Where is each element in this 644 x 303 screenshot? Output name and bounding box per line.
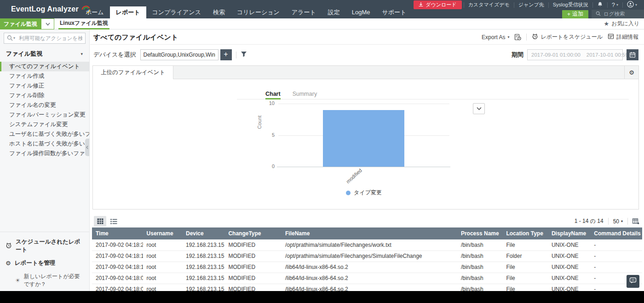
content-header: すべてのファイルイベント Export As ▾ レポートをスケジュール	[90, 29, 644, 45]
sidebar-footer: スケジュールされたレポート ⚙ レポートを管理 ☀ 新しいレポートが必要ですか？	[0, 232, 89, 291]
chart-area: Chart Summary 10 5 0 Count modified タイプ変…	[93, 79, 638, 209]
column-header[interactable]: Device	[182, 227, 224, 239]
page-title: すべてのファイルイベント	[93, 29, 178, 45]
sidebar-item[interactable]: すべてのファイルイベント	[0, 62, 89, 71]
sidebar-item[interactable]: ファイル操作回数が多いファイル	[0, 149, 89, 158]
calendar-button[interactable]	[627, 49, 638, 60]
detail-info-button[interactable]: 詳細情報	[608, 33, 638, 41]
grid-view-button[interactable]	[94, 216, 106, 227]
scheduled-reports-link[interactable]: スケジュールされたレポート	[0, 235, 89, 256]
tab-summary[interactable]: Summary	[293, 90, 317, 99]
details-icon	[608, 33, 614, 41]
column-header[interactable]: ChangeType	[224, 227, 282, 239]
period-range-input[interactable]: 2017-09-01 01:00:00 2017-10-01 00:59:59	[527, 49, 623, 60]
column-header[interactable]: Command Details	[590, 227, 642, 239]
nav-item[interactable]: コンプライアンス	[146, 6, 207, 18]
chevron-down-icon: ▾	[80, 52, 83, 56]
table-cell: root	[143, 262, 182, 273]
sidebar-item[interactable]: ファイル削除	[0, 91, 89, 100]
customize-demo-link[interactable]: カスタマイズデモ	[464, 1, 514, 8]
nav-item[interactable]: コリレーション	[231, 6, 286, 18]
log-search-box[interactable]: ログ検索	[592, 10, 644, 18]
column-header[interactable]: Username	[143, 227, 182, 239]
sidebar-collapse-handle[interactable]	[85, 139, 89, 156]
device-select-input[interactable]	[140, 49, 218, 60]
nav-item[interactable]: サポート	[376, 6, 412, 18]
schedule-report-button[interactable]: レポートをスケジュール	[532, 33, 603, 41]
sidebar-item[interactable]: ユーザ名に基づく失敗が多いフ...	[0, 129, 89, 139]
sidebar-item[interactable]: ファイル修正	[0, 81, 89, 91]
chart-menu-button[interactable]	[473, 103, 485, 114]
add-device-button[interactable]: +	[220, 49, 232, 60]
table-cell: /bin/bash	[457, 251, 502, 262]
table-cell: 2017-09-02 04:18:18	[92, 251, 143, 262]
table-row[interactable]: 2017-09-02 04:18:03root192.168.213.157MO…	[92, 284, 642, 291]
jump-to-link[interactable]: ジャンプ先	[514, 1, 548, 8]
manage-reports-link[interactable]: ⚙ レポートを管理	[0, 256, 89, 270]
table-row[interactable]: 2017-09-02 04:18:23root192.168.213.157MO…	[92, 239, 642, 251]
nav-item[interactable]: ホーム	[80, 6, 110, 18]
sidebar-search-input[interactable]	[4, 33, 86, 44]
feedback-chat-button[interactable]	[627, 275, 639, 288]
table-row[interactable]: 2017-09-02 04:18:08root192.168.213.157MO…	[92, 273, 642, 284]
panel-settings-gear-icon[interactable]: ⚙	[624, 66, 638, 79]
add-button[interactable]: + 追加	[562, 10, 588, 18]
period-label: 期間	[512, 51, 523, 59]
x-tick-label: modified	[345, 168, 363, 185]
syslog-status-link[interactable]: Syslog受信状況	[549, 1, 592, 8]
favorites-label: お気に入り	[611, 20, 639, 28]
nav-item[interactable]: LogMe	[346, 6, 376, 18]
table-cell: UNIX-ONE	[548, 251, 590, 262]
table-cell: /bin/bash	[457, 284, 502, 291]
tab-chart[interactable]: Chart	[265, 90, 281, 99]
download-button[interactable]: ダウンロード	[414, 0, 461, 9]
module-select[interactable]: ファイル監視	[0, 18, 54, 29]
column-header[interactable]: Process Name	[457, 227, 502, 239]
table-cell: -	[590, 251, 642, 262]
sidebar-item[interactable]: ファイル名の変更	[0, 100, 89, 110]
help-menu[interactable]: ? ▾	[608, 1, 622, 8]
table-cell: /bin/bash	[457, 273, 502, 284]
nav-item[interactable]: アラート	[286, 6, 322, 18]
tab-linux-file-monitoring[interactable]: Linuxファイル監視	[58, 18, 109, 29]
user-menu[interactable]: ▾	[623, 1, 641, 9]
table-cell: root	[143, 273, 182, 284]
column-header[interactable]: Location Type	[502, 227, 547, 239]
table-row[interactable]: 2017-09-02 04:18:18root192.168.213.157MO…	[92, 251, 642, 262]
table-header-row: TimeUsernameDeviceChangeTypeFileNameProc…	[92, 227, 642, 239]
nav-item[interactable]: 設定	[322, 6, 346, 18]
bar-modified[interactable]	[323, 110, 404, 167]
column-chooser-button[interactable]	[632, 218, 639, 225]
page-size-select[interactable]: 50 ▾	[613, 218, 623, 225]
export-history-button[interactable]	[514, 34, 521, 41]
top-bar: EventLog Analyzer ホームレポートコンプライアンス検索コリレーシ…	[0, 0, 644, 18]
favorites-button[interactable]: ★ お気に入り	[604, 18, 640, 29]
export-as-button[interactable]: Export As ▾	[482, 34, 509, 41]
sidebar-item[interactable]: ファイルパーミッション変更	[0, 110, 89, 120]
header-actions: Export As ▾ レポートをスケジュール 詳細	[482, 29, 638, 45]
table-cell: 2017-09-02 04:18:23	[92, 239, 143, 251]
table-cell: UNIX-ONE	[548, 262, 590, 273]
sidebar-item[interactable]: ファイル作成	[0, 71, 89, 81]
sidebar-item[interactable]: ホスト名に基づく失敗が多いフ...	[0, 139, 89, 149]
table-cell: UNIX-ONE	[548, 273, 590, 284]
chevron-down-icon	[41, 18, 54, 29]
notifications-button[interactable]	[593, 1, 607, 8]
table-cell: MODIFIED	[224, 284, 282, 291]
list-view-button[interactable]	[108, 216, 120, 227]
column-header[interactable]: Time	[92, 227, 143, 239]
app-logo-text: EventLog Analyzer	[11, 5, 79, 13]
sidebar-section-header[interactable]: ファイル監視 ▾	[0, 44, 89, 62]
column-header[interactable]: DisplayName	[548, 227, 590, 239]
panel-tab-top-file-events[interactable]: 上位のファイルイベント	[93, 66, 173, 79]
chart-legend[interactable]: タイプ変更	[278, 189, 449, 197]
nav-item[interactable]: レポート	[110, 6, 146, 18]
filter-icon[interactable]	[241, 51, 247, 59]
nav-item[interactable]: 検索	[207, 6, 231, 18]
table-cell: /lib64/ld-linux-x86-64.so.2	[282, 262, 457, 273]
table-cell: 2017-09-02 04:18:08	[92, 273, 143, 284]
sidebar-item[interactable]: システムファイル変更	[0, 120, 89, 129]
need-new-report-link[interactable]: ☀ 新しいレポートが必要ですか？	[0, 270, 89, 291]
column-header[interactable]: FileName	[282, 227, 457, 239]
table-row[interactable]: 2017-09-02 04:18:13root192.168.213.157MO…	[92, 262, 642, 273]
